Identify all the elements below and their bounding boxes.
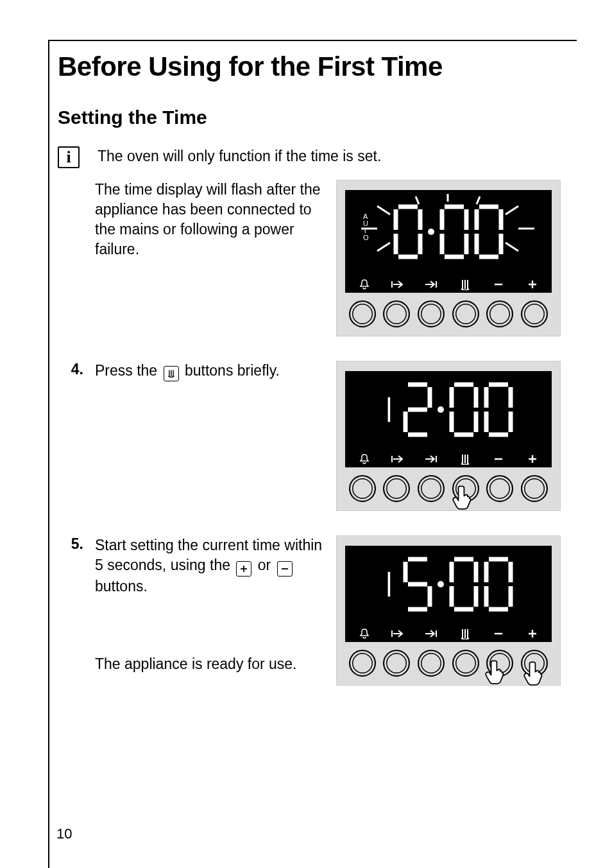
- step-4-text: Press the buttons briefly.: [95, 361, 325, 381]
- svg-line-5: [506, 243, 518, 251]
- panel-button: [418, 300, 445, 327]
- icon-row: [345, 623, 552, 642]
- minus-icon: [489, 277, 508, 291]
- bell-icon: [355, 277, 374, 291]
- panel-button: [486, 475, 513, 502]
- button-row: [345, 293, 552, 327]
- panel-button: [521, 300, 548, 327]
- start-time-icon: [388, 627, 407, 641]
- page-number: 10: [56, 826, 72, 842]
- step-5-text-c: buttons.: [95, 578, 148, 595]
- panel-button: [418, 650, 445, 677]
- minus-icon: [489, 452, 508, 466]
- button-row: [345, 467, 552, 502]
- plus-icon: [523, 277, 542, 291]
- step-number-5: 5.: [58, 535, 83, 553]
- step-number-4: 4.: [58, 361, 83, 378]
- panel-button: [521, 475, 548, 502]
- step-5-text-b: or: [253, 557, 275, 573]
- panel-button: [383, 475, 410, 502]
- ready-text: The appliance is ready for use.: [95, 654, 325, 674]
- end-time-icon: [422, 277, 441, 291]
- button-row: [345, 642, 552, 677]
- plus-icon: [523, 627, 542, 641]
- paragraph-flash: The time display will flash after the ap…: [95, 180, 325, 259]
- minus-icon: [489, 627, 508, 641]
- info-icon: i: [58, 146, 80, 168]
- panel-button: [418, 475, 445, 502]
- section-heading: Setting the Time: [58, 107, 567, 128]
- svg-line-4: [377, 243, 390, 251]
- display-screen: [345, 371, 552, 448]
- bell-icon: [355, 627, 374, 641]
- page-title: Before Using for the First Time: [58, 51, 567, 82]
- start-time-icon: [388, 452, 407, 466]
- panel-button: [349, 300, 376, 327]
- step-5-text: Start setting the current time within 5 …: [95, 535, 325, 674]
- panel-button: [349, 475, 376, 502]
- plus-icon: [523, 452, 542, 466]
- panel-button: [486, 650, 513, 677]
- svg-line-2: [377, 206, 390, 214]
- icon-row: [345, 273, 552, 293]
- display-screen: AUTO: [345, 190, 552, 273]
- panel-button: [452, 475, 479, 502]
- panel-button: [383, 650, 410, 677]
- control-panel-illustration-2: [336, 361, 561, 511]
- info-note: The oven will only function if the time …: [98, 146, 381, 166]
- plus-icon: [236, 561, 251, 577]
- icon-row: [345, 448, 552, 467]
- clock-icon: [455, 277, 475, 291]
- control-panel-illustration-1: AUTO: [336, 180, 561, 336]
- time-display: [382, 555, 514, 613]
- step-4-text-before: Press the: [95, 362, 162, 379]
- panel-button: [383, 300, 410, 327]
- step-4-text-after: buttons briefly.: [185, 362, 280, 379]
- time-display: [382, 381, 514, 438]
- panel-button: [452, 300, 479, 327]
- clock-icon: [455, 627, 475, 641]
- bell-icon: [355, 452, 374, 466]
- svg-line-3: [506, 206, 518, 214]
- end-time-icon: [422, 452, 441, 466]
- control-panel-illustration-3: [336, 535, 561, 686]
- panel-button: [486, 300, 513, 327]
- display-screen: [345, 546, 552, 623]
- end-time-icon: [422, 627, 441, 641]
- minus-icon: [277, 561, 293, 577]
- panel-button: [521, 650, 548, 677]
- time-display: [392, 203, 505, 261]
- panel-button: [349, 650, 376, 677]
- clock-icon: [455, 452, 475, 466]
- start-time-icon: [388, 277, 407, 291]
- panel-button: [452, 650, 479, 677]
- clock-icon: [164, 366, 179, 381]
